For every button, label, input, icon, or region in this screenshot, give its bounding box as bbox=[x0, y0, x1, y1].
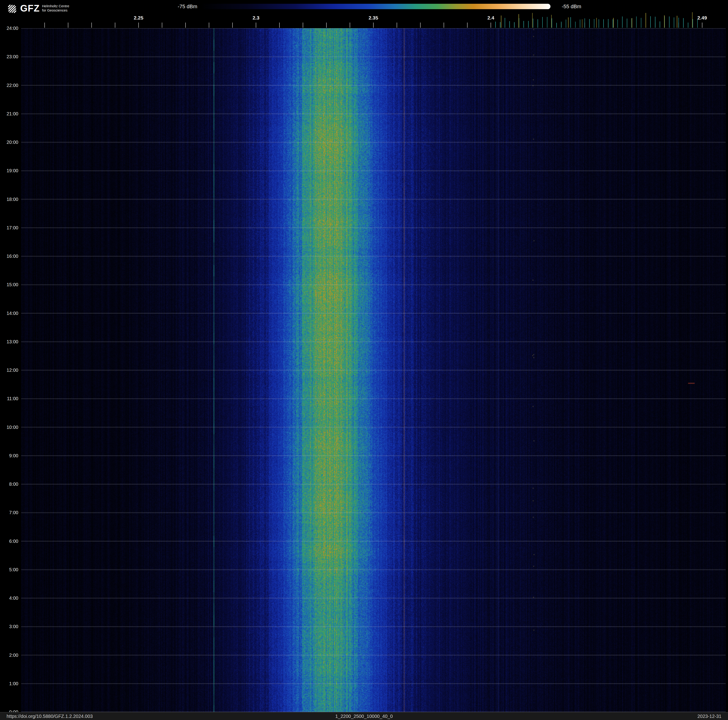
time-tick-label: 21:00 bbox=[0, 111, 18, 116]
footer-doi: https://doi.org/10.5880/GFZ.1.2.2024.003 bbox=[6, 714, 93, 719]
time-tick-label: 10:00 bbox=[0, 424, 18, 430]
footer-dataset-id: 1_2200_2500_10000_40_0 bbox=[335, 714, 393, 719]
time-tick-label: 19:00 bbox=[0, 168, 18, 173]
gfz-logo: GFZ Helmholtz Centre for Geosciences bbox=[6, 3, 69, 15]
spectrogram-canvas bbox=[21, 28, 726, 712]
time-tick-label: 20:00 bbox=[0, 139, 18, 145]
footer: https://doi.org/10.5880/GFZ.1.2.2024.003… bbox=[0, 712, 728, 720]
time-axis: 24:0023:0022:0021:0020:0019:0018:0017:00… bbox=[0, 0, 20, 720]
colorbar bbox=[201, 4, 551, 9]
time-tick-label: 1:00 bbox=[0, 681, 18, 686]
spectrogram-page: GFZ Helmholtz Centre for Geosciences -75… bbox=[0, 0, 728, 720]
time-tick-label: 6:00 bbox=[0, 539, 18, 544]
header: GFZ Helmholtz Centre for Geosciences -75… bbox=[0, 0, 728, 28]
time-tick-label: 2:00 bbox=[0, 653, 18, 658]
time-tick-label: 8:00 bbox=[0, 481, 18, 487]
time-tick-label: 16:00 bbox=[0, 254, 18, 259]
time-tick-label: 12:00 bbox=[0, 368, 18, 373]
colorbar-min-label: -75 dBm bbox=[164, 4, 197, 9]
time-tick-label: 9:00 bbox=[0, 453, 18, 458]
time-tick-label: 22:00 bbox=[0, 83, 18, 88]
time-tick-label: 15:00 bbox=[0, 282, 18, 287]
logo-subtitle-line1: Helmholtz Centre bbox=[42, 4, 69, 8]
gfz-logo-icon bbox=[6, 3, 18, 15]
time-tick-label: 17:00 bbox=[0, 225, 18, 230]
time-tick-label: 3:00 bbox=[0, 624, 18, 629]
logo-org: GFZ bbox=[20, 3, 40, 14]
time-tick-label: 11:00 bbox=[0, 396, 18, 401]
time-tick-label: 4:00 bbox=[0, 596, 18, 601]
time-tick-label: 23:00 bbox=[0, 54, 18, 59]
logo-subtitle-line2: for Geosciences bbox=[42, 8, 69, 12]
time-tick-label: 5:00 bbox=[0, 567, 18, 572]
logo-subtitle: Helmholtz Centre for Geosciences bbox=[42, 4, 69, 12]
time-tick-label: 13:00 bbox=[0, 339, 18, 344]
time-tick-label: 7:00 bbox=[0, 510, 18, 515]
footer-date: 2023-12-31 bbox=[697, 714, 722, 719]
time-tick-label: 18:00 bbox=[0, 197, 18, 202]
time-tick-label: 14:00 bbox=[0, 311, 18, 316]
colorbar-max-label: -55 dBm bbox=[562, 4, 581, 9]
